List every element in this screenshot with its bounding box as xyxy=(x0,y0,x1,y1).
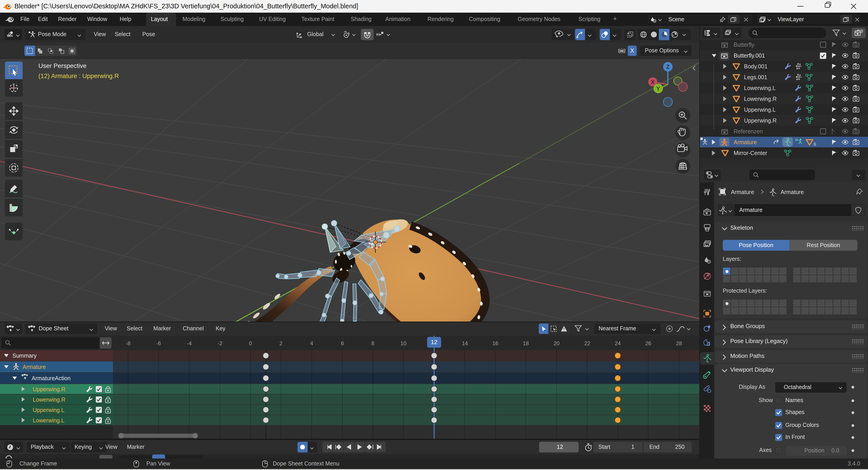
svg-text:Y: Y xyxy=(656,86,660,92)
svg-text:Legs.001: Legs.001 xyxy=(744,74,767,80)
svg-text:Referenzen: Referenzen xyxy=(734,128,763,134)
svg-text:Armature: Armature xyxy=(781,189,804,195)
svg-text:Body.001: Body.001 xyxy=(744,63,768,69)
svg-text:Armature: Armature xyxy=(731,189,754,195)
svg-text:Lowerwing.R: Lowerwing.R xyxy=(33,397,65,403)
svg-text:Butterfly: Butterfly xyxy=(734,41,754,48)
svg-text:X: X xyxy=(651,79,655,85)
svg-text:Summary: Summary xyxy=(12,352,37,359)
svg-text:ArmatureAction: ArmatureAction xyxy=(32,375,70,381)
svg-text:Mirror-Center: Mirror-Center xyxy=(734,150,767,156)
svg-text:Armature: Armature xyxy=(734,139,757,145)
svg-text:Lowerwing.L: Lowerwing.L xyxy=(744,85,776,91)
svg-text:Upperwing.L: Upperwing.L xyxy=(744,106,776,113)
svg-text:Lowerwing.L: Lowerwing.L xyxy=(33,417,64,424)
svg-text:Lowerwing.R: Lowerwing.R xyxy=(744,96,777,102)
svg-text:Butterfly.001: Butterfly.001 xyxy=(734,52,765,59)
svg-text:Armature: Armature xyxy=(23,364,46,370)
svg-text:Z: Z xyxy=(666,64,670,70)
svg-text:6: 6 xyxy=(813,142,816,147)
svg-text:Upperwing.L: Upperwing.L xyxy=(33,407,64,413)
svg-text:Upperwing.R: Upperwing.R xyxy=(744,117,777,124)
svg-text:Upperwing.R: Upperwing.R xyxy=(33,386,65,392)
